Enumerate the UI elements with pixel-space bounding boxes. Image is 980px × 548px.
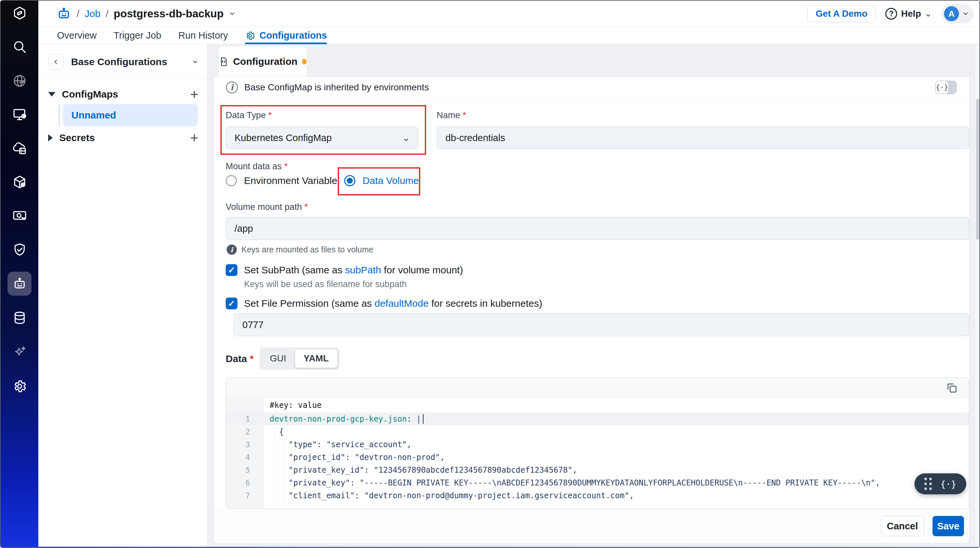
editor-lines: 1devtron-non-prod-gcp-key.json: |2 {3 "t… xyxy=(226,413,969,502)
editor-line[interactable]: 6 "private_key": "-----BEGIN PRIVATE KEY… xyxy=(226,476,969,489)
file-permission-checkbox-row[interactable]: ✓ Set File Permission (same as defaultMo… xyxy=(226,297,542,309)
left-icon-rail xyxy=(1,1,38,548)
tab-configurations[interactable]: Configurations xyxy=(245,27,327,44)
data-mode-switch: GUI YAML xyxy=(260,347,339,370)
editor-line[interactable]: 2 { xyxy=(226,425,969,438)
code-brackets-icon[interactable]: {·} xyxy=(940,479,956,489)
cancel-button[interactable]: Cancel xyxy=(881,516,924,536)
help-label: Help xyxy=(901,8,921,19)
name-input[interactable] xyxy=(437,127,969,149)
radio-environment-variable[interactable]: Environment Variable xyxy=(226,175,337,186)
add-configmap-button[interactable]: + xyxy=(190,87,199,102)
inheritance-banner: i Base ConfigMap is inherited by environ… xyxy=(213,77,969,98)
save-button[interactable]: Save xyxy=(932,516,964,536)
editor-line[interactable]: 3 "type": "service_account", xyxy=(226,438,969,451)
floating-widget: {·} xyxy=(915,473,966,494)
get-a-demo-button[interactable]: Get A Demo xyxy=(807,5,875,22)
data-label: Data * xyxy=(226,353,253,364)
configuration-tab[interactable]: Configuration xyxy=(219,46,307,76)
add-secret-button[interactable]: + xyxy=(190,130,199,145)
copy-icon[interactable] xyxy=(946,382,958,394)
line-number: 4 xyxy=(226,453,264,462)
yaml-editor[interactable]: #key: value 1devtron-non-prod-gcp-key.js… xyxy=(226,378,969,509)
configurations-sidebar: Base Configurations ConfigMaps + Unnamed… xyxy=(38,44,207,548)
jobs-robot-icon[interactable] xyxy=(8,272,32,295)
radio-icon xyxy=(226,175,237,186)
line-number: 7 xyxy=(226,491,264,500)
volume-mount-path-label: Volume mount path * xyxy=(226,202,308,212)
checkbox-checked-icon[interactable]: ✓ xyxy=(226,264,237,276)
page-scrollbar xyxy=(975,45,980,547)
settings-gear-icon[interactable] xyxy=(8,374,32,398)
subpath-checkbox-row[interactable]: ✓ Set SubPath (same as subPath for volum… xyxy=(226,264,463,276)
main-content: Configuration i Base ConfigMap is inheri… xyxy=(207,44,980,548)
secrets-group[interactable]: Secrets + xyxy=(48,130,199,145)
scrollbar-thumb[interactable] xyxy=(976,99,979,240)
info-icon: i xyxy=(226,81,238,93)
subpath-doc-link[interactable]: subPath xyxy=(345,265,381,275)
divider xyxy=(38,78,207,79)
editor-line[interactable]: 1devtron-non-prod-gcp-key.json: | xyxy=(226,413,969,425)
data-mode-gui[interactable]: GUI xyxy=(261,349,295,368)
editor-line[interactable]: 5 "private_key_id": "1234567890abcdef123… xyxy=(226,464,969,476)
editor-placeholder-comment: #key: value xyxy=(226,398,969,413)
breadcrumb: / Job / postgress-db-backup xyxy=(56,1,235,27)
configmap-form-card: i Base ConfigMap is inherited by environ… xyxy=(213,76,969,543)
configmap-item-unnamed[interactable]: Unnamed xyxy=(63,104,198,126)
panel-title: Base Configurations xyxy=(71,56,185,67)
collapse-panel-button[interactable] xyxy=(48,54,64,70)
volume-mount-path-input[interactable] xyxy=(226,217,969,240)
line-content: "type": "service_account", xyxy=(264,440,411,449)
unsaved-changes-dot xyxy=(302,59,307,65)
file-permission-input[interactable] xyxy=(234,313,969,336)
tree-guide-line xyxy=(59,104,60,126)
line-content: "project_id": "devtron-non-prod", xyxy=(264,453,445,462)
form-footer: Cancel Save xyxy=(213,509,969,543)
configmaps-group[interactable]: ConfigMaps + xyxy=(48,87,199,102)
code-view-toggle[interactable]: {·} xyxy=(935,81,957,94)
editor-line[interactable]: 7 "client_email": "devtron-non-prod@dumm… xyxy=(226,489,969,502)
infrastructure-cloud-icon[interactable] xyxy=(8,136,32,160)
chart-store-package-icon[interactable] xyxy=(8,170,32,194)
app-switcher-chevron-icon[interactable] xyxy=(229,11,235,17)
data-mode-yaml[interactable]: YAML xyxy=(295,349,338,368)
panel-chevron-down-icon[interactable] xyxy=(192,59,199,65)
editor-header xyxy=(226,378,969,398)
tab-trigger-job[interactable]: Trigger Job xyxy=(114,27,161,44)
drag-handle-dots-icon[interactable] xyxy=(924,478,932,490)
ai-assistant-sparkle-icon[interactable] xyxy=(8,340,32,364)
line-content: "client_email": "devtron-non-prod@dummy-… xyxy=(264,491,634,500)
job-robot-icon xyxy=(56,6,72,21)
breadcrumb-separator: / xyxy=(76,8,79,19)
file-code-icon xyxy=(219,56,228,67)
defaultmode-doc-link[interactable]: defaultMode xyxy=(374,298,428,309)
breadcrumb-job-link[interactable]: Job xyxy=(84,8,100,19)
line-number: 3 xyxy=(226,440,264,449)
checkbox-checked-icon[interactable]: ✓ xyxy=(226,297,237,309)
line-number: 1 xyxy=(226,415,264,423)
breadcrumb-separator: / xyxy=(106,8,108,19)
caret-down-icon xyxy=(48,92,56,97)
app-window: / Job / postgress-db-backup Get A Demo ?… xyxy=(0,0,980,548)
avatar: A xyxy=(944,6,959,21)
help-menu[interactable]: ? Help xyxy=(885,8,932,20)
line-content: "private_key_id": "1234567890abcdef12345… xyxy=(264,465,577,475)
tab-overview[interactable]: Overview xyxy=(57,27,97,44)
tab-run-history[interactable]: Run History xyxy=(178,27,228,44)
help-chevron-icon xyxy=(925,11,932,17)
devtron-logo-icon[interactable] xyxy=(8,1,32,25)
app-nav-tabs: Overview Trigger Job Run History Configu… xyxy=(38,27,980,44)
window-bottom-edge xyxy=(1,547,980,548)
radio-data-volume[interactable]: Data Volume xyxy=(344,175,419,186)
editor-line[interactable]: 4 "project_id": "devtron-non-prod", xyxy=(226,451,969,464)
resource-watcher-database-icon[interactable] xyxy=(8,306,32,330)
user-menu[interactable]: A xyxy=(941,4,974,24)
search-icon[interactable] xyxy=(8,35,32,59)
data-type-select[interactable]: Kubernetes ConfigMap xyxy=(226,127,418,149)
resource-browser-globe-icon[interactable] xyxy=(8,69,32,93)
cost-visibility-bill-icon[interactable] xyxy=(8,203,32,227)
radio-selected-icon xyxy=(344,175,355,186)
security-shield-icon[interactable] xyxy=(8,238,32,262)
top-header: / Job / postgress-db-backup Get A Demo ?… xyxy=(38,1,980,27)
applications-monitor-icon[interactable] xyxy=(8,102,32,126)
